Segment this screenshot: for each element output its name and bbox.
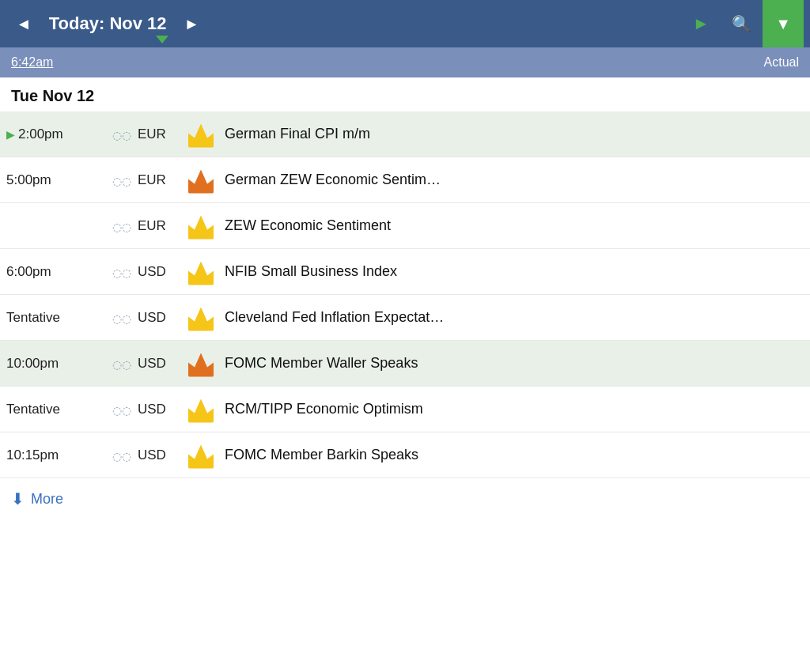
sound-icon: ◌◌: [109, 356, 138, 372]
event-row[interactable]: Tentative ◌◌ USDRCM/TIPP Economic Optimi…: [0, 387, 810, 432]
event-row[interactable]: 10:00pm ◌◌ USDFOMC Member Waller Speaks: [0, 341, 810, 387]
time-text: Tentative: [6, 402, 60, 417]
next-arrow-button[interactable]: ►: [175, 9, 210, 40]
svg-text:◌◌: ◌◌: [112, 404, 131, 417]
event-time: 5:00pm: [6, 172, 109, 188]
sub-header: 6:42am Actual: [0, 47, 810, 77]
play-button[interactable]: ►: [681, 7, 721, 40]
medium-impact-icon: [185, 259, 217, 285]
day-header: Tue Nov 12: [0, 77, 810, 111]
event-time: Tentative: [6, 310, 109, 326]
sound-icon: ◌◌: [109, 310, 138, 326]
time-text: 2:00pm: [18, 126, 63, 142]
currency-label: USD: [138, 356, 185, 372]
event-row[interactable]: ▶2:00pm ◌◌ EURGerman Final CPI m/m: [0, 111, 810, 157]
more-label: More: [31, 491, 63, 508]
medium-impact-icon: [185, 121, 217, 148]
time-text: 10:15pm: [6, 447, 59, 463]
event-row[interactable]: ◌◌ EURZEW Economic Sentiment: [0, 203, 810, 249]
currency-label: USD: [138, 447, 185, 463]
currency-label: EUR: [138, 126, 185, 142]
sound-icon: ◌◌: [109, 126, 138, 142]
svg-text:◌◌: ◌◌: [112, 266, 131, 279]
event-name: German ZEW Economic Sentim…: [225, 172, 441, 188]
search-icon[interactable]: 🔍: [721, 8, 763, 40]
events-list: ▶2:00pm ◌◌ EURGerman Final CPI m/m5:00pm…: [0, 111, 810, 478]
currency-label: USD: [138, 402, 185, 417]
prev-arrow-button[interactable]: ◄: [6, 9, 41, 40]
filter-button[interactable]: ▼: [763, 0, 804, 47]
currency-label: EUR: [138, 172, 185, 188]
currency-label: USD: [138, 310, 185, 326]
currency-label: EUR: [138, 218, 185, 234]
event-name: German Final CPI m/m: [225, 126, 370, 142]
event-time: Tentative: [6, 402, 109, 417]
more-link[interactable]: ⬇ More: [0, 478, 810, 519]
current-time[interactable]: 6:42am: [11, 55, 53, 70]
event-row[interactable]: 6:00pm ◌◌ USDNFIB Small Business Index: [0, 249, 810, 295]
sound-icon: ◌◌: [109, 402, 138, 417]
high-impact-icon: [185, 350, 217, 377]
event-row[interactable]: Tentative ◌◌ USDCleveland Fed Inflation …: [0, 295, 810, 341]
svg-text:◌◌: ◌◌: [112, 129, 131, 142]
event-name: Cleveland Fed Inflation Expectat…: [225, 309, 444, 326]
event-time: 10:15pm: [6, 447, 109, 463]
time-text: 6:00pm: [6, 264, 51, 280]
event-name: ZEW Economic Sentiment: [225, 217, 391, 234]
time-text: 10:00pm: [6, 356, 59, 372]
event-row[interactable]: 5:00pm ◌◌ EURGerman ZEW Economic Sentim…: [0, 157, 810, 203]
event-name: NFIB Small Business Index: [225, 263, 397, 280]
svg-text:◌◌: ◌◌: [112, 312, 131, 325]
event-time: ▶2:00pm: [6, 126, 109, 142]
sound-icon: ◌◌: [109, 264, 138, 280]
svg-text:◌◌: ◌◌: [112, 450, 131, 462]
svg-text:◌◌: ◌◌: [112, 358, 131, 371]
sound-icon: ◌◌: [109, 218, 138, 234]
actual-label: Actual: [764, 55, 799, 70]
event-name: FOMC Member Waller Speaks: [225, 355, 418, 372]
medium-impact-icon: [185, 213, 217, 240]
time-text: Tentative: [6, 310, 60, 326]
svg-text:◌◌: ◌◌: [112, 221, 131, 233]
event-name: RCM/TIPP Economic Optimism: [225, 401, 423, 417]
event-name: FOMC Member Barkin Speaks: [225, 447, 418, 463]
download-icon: ⬇: [11, 489, 25, 508]
medium-impact-icon: [185, 304, 217, 331]
event-time: 6:00pm: [6, 264, 109, 280]
high-impact-icon: [185, 167, 217, 194]
top-bar: ◄ Today: Nov 12 ► ► 🔍 ▼: [0, 0, 810, 47]
svg-text:◌◌: ◌◌: [112, 175, 131, 187]
event-time: 10:00pm: [6, 356, 109, 372]
sound-icon: ◌◌: [109, 447, 138, 463]
sound-icon: ◌◌: [109, 172, 138, 188]
medium-impact-icon: [185, 396, 217, 423]
time-text: 5:00pm: [6, 172, 51, 188]
event-row[interactable]: 10:15pm ◌◌ USDFOMC Member Barkin Speaks: [0, 432, 810, 478]
currency-label: USD: [138, 264, 185, 280]
now-indicator: ▶: [6, 128, 15, 141]
medium-impact-icon: [185, 442, 217, 469]
today-label: Today: Nov 12: [41, 13, 175, 34]
